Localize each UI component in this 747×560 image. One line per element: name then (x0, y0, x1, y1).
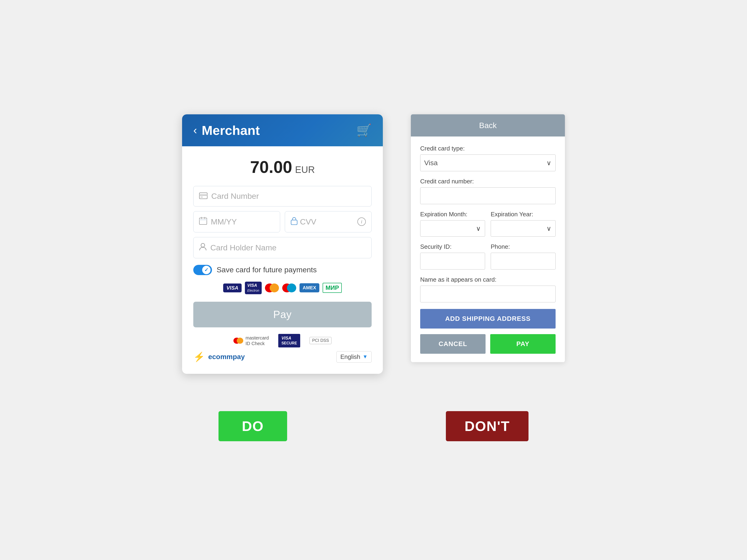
exp-year-select-wrapper: ∨ (491, 220, 556, 237)
card-number-label: Credit card number: (420, 178, 556, 185)
pci-dss-logo: PCI DSS (310, 337, 332, 344)
expiration-row: Expiration Month: ∨ Expiration Year: (420, 211, 556, 243)
card-type-select[interactable]: Visa ∨ (420, 155, 556, 171)
cardholder-placeholder: Card Holder Name (210, 243, 276, 252)
card-number-input[interactable] (420, 187, 556, 204)
amount-currency: EUR (295, 164, 315, 175)
exp-month-arrow-icon: ∨ (476, 224, 481, 232)
exp-month-select-wrapper: ∨ (420, 220, 485, 237)
amex-logo: AMEX (300, 283, 319, 292)
expiry-placeholder: MM/YY (211, 217, 237, 226)
cvv-placeholder: CVV (300, 217, 355, 226)
card-number-placeholder: Card Number (211, 192, 259, 201)
merchant-header: ‹ Merchant 🛒 (182, 114, 383, 146)
svg-rect-7 (291, 220, 297, 225)
exp-month-label: Expiration Month: (420, 211, 485, 218)
form-pay-button[interactable]: PAY (490, 334, 556, 354)
card-type-select-wrapper: Visa ∨ (420, 155, 556, 171)
visa-electron-logo: VISAElectron (245, 282, 261, 294)
security-id-group: Security ID: (420, 243, 485, 269)
amount-display: 70.00 EUR (193, 158, 371, 177)
exp-year-select[interactable]: ∨ (491, 220, 556, 237)
visa-secure-logo: VISASECURE (278, 334, 301, 347)
card-icon (199, 191, 208, 201)
svg-point-8 (201, 243, 205, 247)
save-card-toggle[interactable]: ✓ (193, 265, 212, 275)
form-back-button[interactable]: Back (411, 114, 565, 136)
credit-card-form: Back Credit card type: Visa ∨ Credit car… (411, 114, 565, 362)
toggle-check-icon: ✓ (204, 267, 208, 273)
svg-rect-3 (199, 218, 207, 224)
exp-month-group: Expiration Month: ∨ (420, 211, 485, 237)
amount-value: 70.00 (250, 158, 292, 177)
form-body: Credit card type: Visa ∨ Credit card num… (411, 136, 565, 362)
cancel-button[interactable]: CANCEL (420, 334, 486, 354)
dont-label: DON'T (446, 411, 529, 441)
security-id-label: Security ID: (420, 243, 485, 250)
svg-rect-4 (199, 219, 207, 220)
add-shipping-button[interactable]: ADD SHIPPING ADDRESS (420, 309, 556, 328)
bottom-logos: mastercardID Check VISASECURE PCI DSS (193, 334, 371, 347)
exp-year-arrow-icon: ∨ (546, 224, 551, 232)
card-type-value: Visa (424, 159, 438, 167)
mastercard-logo (265, 284, 279, 292)
merchant-card: ‹ Merchant 🛒 70.00 EUR (182, 114, 383, 374)
exp-month-select[interactable]: ∨ (420, 220, 485, 237)
cart-icon[interactable]: 🛒 (357, 123, 371, 137)
expiry-field[interactable]: MM/YY (193, 211, 280, 232)
card-number-group: Credit card number: (420, 178, 556, 204)
do-label: DO (218, 411, 287, 441)
language-label: English (340, 353, 360, 361)
name-on-card-label: Name as it appears on card: (420, 276, 556, 283)
footer-row: ⚡ ecommpay English ▼ (193, 351, 371, 363)
bottom-labels: DO DON'T (218, 411, 529, 441)
card-type-arrow-icon: ∨ (546, 159, 551, 167)
cardholder-field[interactable]: Card Holder Name (193, 237, 371, 258)
security-phone-row: Security ID: Phone: (420, 243, 556, 276)
name-on-card-input[interactable] (420, 286, 556, 302)
ecommpay-mark-icon: ⚡ (193, 351, 205, 363)
save-card-row: ✓ Save card for future payments (193, 265, 371, 275)
lock-icon (291, 216, 298, 227)
name-on-card-group: Name as it appears on card: (420, 276, 556, 302)
pay-button[interactable]: Pay (193, 302, 371, 327)
cvv-field[interactable]: CVV i (285, 211, 371, 232)
card-type-label: Credit card type: (420, 145, 556, 152)
mc-id-check-logo: mastercardID Check (233, 335, 269, 346)
form-action-row: CANCEL PAY (420, 334, 556, 354)
card-logos: VISA VISAElectron AMEX МИР (193, 282, 371, 294)
security-id-input[interactable] (420, 253, 485, 269)
merchant-body: 70.00 EUR Card Number (182, 146, 383, 374)
maestro-logo (282, 284, 296, 292)
ecommpay-name: ecommpay (208, 353, 245, 361)
card-number-field[interactable]: Card Number (193, 186, 371, 207)
card-type-group: Credit card type: Visa ∨ (420, 145, 556, 171)
back-arrow-icon[interactable]: ‹ (193, 125, 197, 136)
calendar-icon (199, 217, 207, 227)
language-arrow-icon: ▼ (363, 354, 368, 360)
phone-group: Phone: (491, 243, 556, 269)
info-icon[interactable]: i (357, 217, 366, 226)
language-selector[interactable]: English ▼ (336, 351, 371, 363)
ecommpay-logo: ⚡ ecommpay (193, 351, 245, 363)
exp-year-group: Expiration Year: ∨ (491, 211, 556, 237)
dont-panel: Back Credit card type: Visa ∨ Credit car… (411, 114, 565, 362)
exp-year-label: Expiration Year: (491, 211, 556, 218)
person-icon (199, 242, 207, 253)
svg-rect-1 (199, 194, 207, 196)
svg-rect-2 (201, 197, 203, 197)
merchant-title: Merchant (202, 123, 260, 138)
card-row: MM/YY CVV i (193, 211, 371, 232)
phone-label: Phone: (491, 243, 556, 250)
mir-logo: МИР (323, 283, 342, 293)
phone-input[interactable] (491, 253, 556, 269)
visa-logo: VISA (223, 284, 241, 292)
do-panel: ‹ Merchant 🛒 70.00 EUR (182, 114, 383, 374)
save-card-label: Save card for future payments (216, 266, 317, 274)
